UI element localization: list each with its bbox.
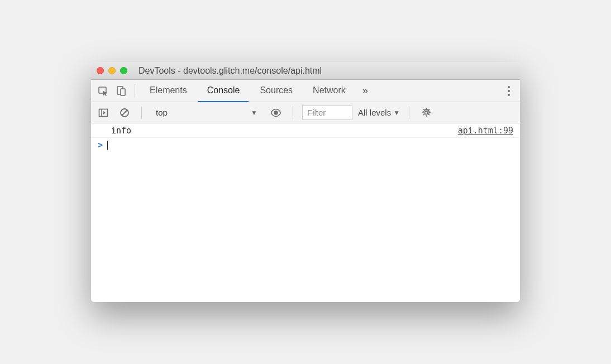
log-source-link[interactable]: api.html:99 <box>458 126 513 136</box>
svg-line-6 <box>122 110 127 116</box>
divider <box>293 107 293 119</box>
prompt-chevron-icon: > <box>98 140 103 150</box>
context-label: top <box>156 108 168 117</box>
clear-console-icon[interactable] <box>117 105 132 121</box>
filter-input[interactable] <box>302 106 352 120</box>
device-toolbar-icon[interactable] <box>113 83 129 99</box>
console-body: info api.html:99 > <box>91 123 520 302</box>
log-levels-selector[interactable]: All levels ▼ <box>358 108 400 117</box>
zoom-window-button[interactable] <box>120 67 127 74</box>
gear-icon[interactable] <box>418 107 434 118</box>
console-prompt[interactable]: > <box>91 138 520 152</box>
console-toolbar: top ▼ All levels ▼ <box>91 102 520 123</box>
context-selector[interactable]: top ▼ <box>151 106 262 120</box>
tab-sources[interactable]: Sources <box>251 80 302 102</box>
log-row: info api.html:99 <box>91 123 520 138</box>
tab-console[interactable]: Console <box>198 80 249 102</box>
inspect-element-icon[interactable] <box>96 83 111 99</box>
traffic-lights <box>97 67 127 74</box>
levels-label: All levels <box>358 108 391 117</box>
divider <box>409 107 409 119</box>
kebab-menu-icon[interactable] <box>502 86 515 96</box>
window-title: DevTools - devtools.glitch.me/console/ap… <box>139 66 322 76</box>
log-message: info <box>98 126 131 136</box>
more-tabs-icon[interactable]: » <box>357 85 374 97</box>
chevron-down-icon: ▼ <box>393 109 400 117</box>
titlebar: DevTools - devtools.glitch.me/console/ap… <box>91 62 520 80</box>
svg-point-7 <box>274 111 278 114</box>
devtools-window: DevTools - devtools.glitch.me/console/ap… <box>91 62 520 302</box>
tabs-row: Elements Console Sources Network » <box>91 80 520 102</box>
tab-network[interactable]: Network <box>304 80 355 102</box>
tab-elements[interactable]: Elements <box>141 80 196 102</box>
divider <box>141 107 142 119</box>
minimize-window-button[interactable] <box>108 67 116 74</box>
text-cursor <box>107 141 108 150</box>
eye-icon[interactable] <box>268 105 284 121</box>
sidebar-toggle-icon[interactable] <box>96 105 111 121</box>
chevron-down-icon: ▼ <box>251 109 257 117</box>
close-window-button[interactable] <box>97 67 104 74</box>
svg-rect-2 <box>121 89 125 95</box>
divider <box>135 84 135 98</box>
